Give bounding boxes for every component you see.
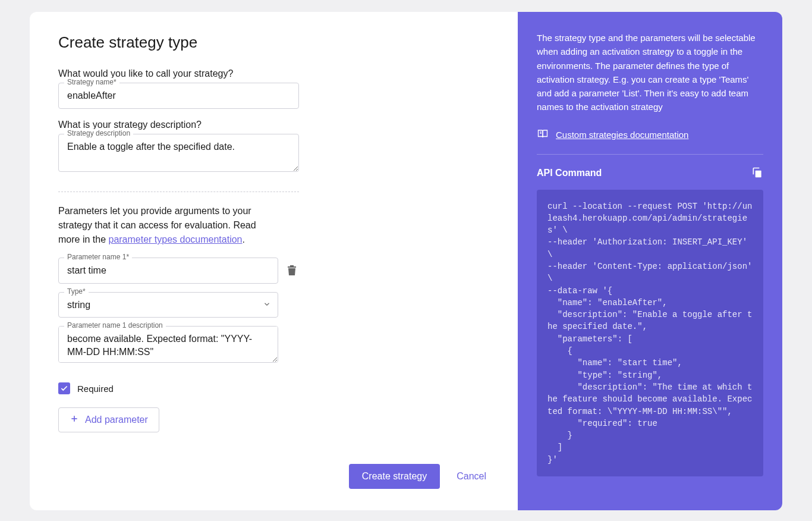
param-type-select[interactable]: string [58, 292, 278, 318]
info-intro: The strategy type and the parameters wil… [537, 31, 763, 114]
cancel-button[interactable]: Cancel [457, 471, 486, 482]
strategy-name-input[interactable] [58, 83, 299, 109]
info-panel: The strategy type and the parameters wil… [518, 12, 782, 510]
param-name-field: Parameter name 1* [58, 258, 278, 284]
create-strategy-button[interactable]: Create strategy [349, 464, 440, 489]
param-types-doc-link[interactable]: parameter types documentation [108, 234, 242, 244]
params-intro-post: . [243, 234, 245, 244]
add-parameter-label: Add parameter [85, 415, 148, 425]
param-name-float-label: Parameter name 1* [64, 253, 132, 261]
required-checkbox-row: Required [58, 382, 489, 394]
api-command-title: API Command [537, 168, 602, 178]
create-strategy-card: Create strategy type What would you like… [30, 12, 782, 510]
param-desc-float-label: Parameter name 1 description [64, 321, 166, 329]
strategy-desc-input[interactable]: Enable a toggle after the specified date… [58, 134, 299, 172]
params-intro: Parameters let you provide arguments to … [58, 204, 278, 247]
page-title: Create strategy type [58, 33, 489, 52]
param-desc-field: Parameter name 1 description become avai… [58, 326, 278, 365]
api-code-block[interactable]: curl --location --request POST 'http://u… [537, 190, 763, 477]
form-actions: Create strategy Cancel [58, 440, 486, 489]
required-checkbox[interactable] [58, 382, 70, 394]
param-type-float-label: Type* [64, 287, 89, 296]
right-divider [537, 154, 763, 155]
param-name-row: Parameter name 1* [58, 258, 489, 284]
trash-icon[interactable] [287, 264, 297, 278]
api-command-header: API Command [537, 167, 763, 180]
form-panel: Create strategy type What would you like… [30, 12, 518, 510]
param-type-field: Type* string [58, 292, 278, 318]
plus-icon [70, 414, 79, 426]
copy-icon[interactable] [751, 167, 763, 180]
strategy-name-field: Strategy name* [58, 83, 489, 109]
divider [58, 192, 299, 192]
param-desc-input[interactable]: become available. Expected format: "YYYY… [58, 326, 278, 363]
required-label: Required [77, 384, 114, 394]
strategy-desc-field: Strategy description Enable a toggle aft… [58, 134, 489, 174]
param-name-input[interactable] [58, 258, 278, 284]
strategy-name-question: What would you like to call your strateg… [58, 68, 489, 79]
strategy-desc-float-label: Strategy description [64, 129, 133, 137]
custom-strategies-doc-link[interactable]: Custom strategies documentation [556, 130, 688, 140]
strategy-name-float-label: Strategy name* [64, 78, 119, 86]
doc-link-row: Custom strategies documentation [537, 128, 763, 141]
book-icon [537, 128, 549, 141]
svg-rect-4 [756, 170, 761, 177]
add-parameter-button[interactable]: Add parameter [58, 407, 159, 432]
